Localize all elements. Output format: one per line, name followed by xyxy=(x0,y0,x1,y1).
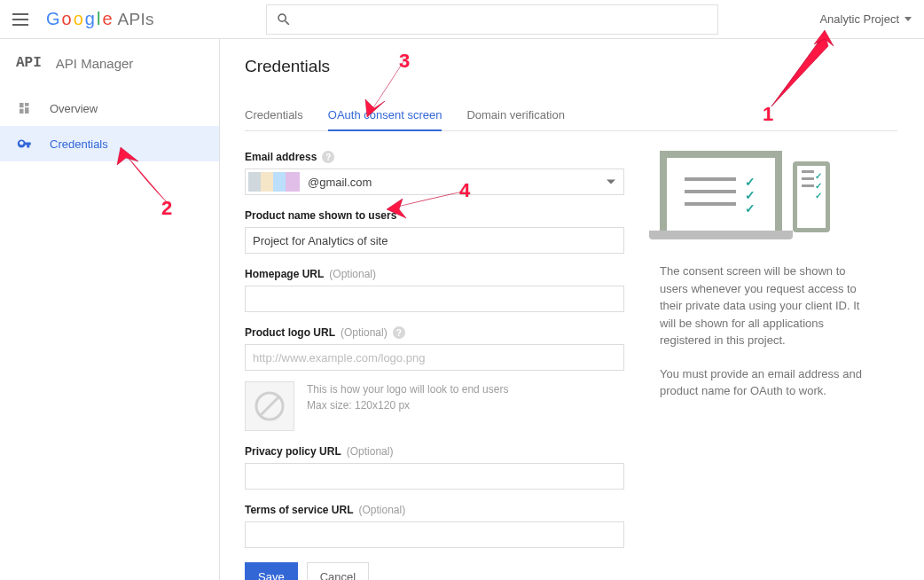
logo-letter: o xyxy=(74,9,83,29)
logo-letter: e xyxy=(102,9,112,29)
product-name-label: Product name shown to users xyxy=(245,209,624,222)
no-image-icon xyxy=(254,390,286,422)
info-paragraph-2: You must provide an email address and pr… xyxy=(660,365,864,400)
caret-down-icon xyxy=(904,17,912,21)
terms-of-service-url-label: Terms of service URL (Optional) xyxy=(245,504,624,516)
email-select[interactable] xyxy=(245,169,624,195)
overview-icon xyxy=(16,100,34,116)
logo-letter: o xyxy=(62,9,72,29)
logo-suffix: APIs xyxy=(118,10,154,29)
sidebar-item-label: Credentials xyxy=(50,137,108,151)
email-avatar-swatch xyxy=(248,172,300,192)
consent-illustration: ✓✓✓ ✓✓✓ xyxy=(660,151,837,248)
tab-oauth-consent-screen[interactable]: OAuth consent screen xyxy=(328,108,442,130)
logo-preview-row: This is how your logo will look to end u… xyxy=(245,381,624,431)
cancel-button[interactable]: Cancel xyxy=(307,562,369,580)
project-picker[interactable]: Analytic Project xyxy=(819,12,912,26)
homepage-url-input[interactable] xyxy=(245,286,624,312)
api-monogram-icon: API xyxy=(16,55,42,71)
svg-line-1 xyxy=(261,397,279,416)
logo-hint: This is how your logo will look to end u… xyxy=(307,381,508,413)
logo-preview-box xyxy=(245,381,294,431)
google-apis-logo: G o o g l e APIs xyxy=(46,9,154,29)
consent-form: Email address ? Product name shown to us… xyxy=(245,151,624,580)
sidebar: API API Manager Overview Credentials xyxy=(0,39,220,580)
logo-letter: G xyxy=(46,9,60,29)
chevron-down-icon xyxy=(607,180,615,184)
sidebar-item-label: Overview xyxy=(50,102,98,115)
project-name: Analytic Project xyxy=(819,12,899,26)
info-paragraph-1: The consent screen will be shown to user… xyxy=(660,263,864,349)
tabs: Credentials OAuth consent screen Domain … xyxy=(245,108,897,131)
product-logo-url-label: Product logo URL (Optional) ? xyxy=(245,326,624,339)
sidebar-title: API Manager xyxy=(56,56,134,71)
privacy-policy-url-input[interactable] xyxy=(245,463,624,490)
privacy-policy-url-label: Privacy policy URL (Optional) xyxy=(245,445,624,458)
search-icon xyxy=(276,12,292,27)
terms-of-service-url-input[interactable] xyxy=(245,521,624,548)
info-panel: ✓✓✓ ✓✓✓ The consent screen will be shown… xyxy=(660,151,864,580)
product-name-input[interactable] xyxy=(245,227,624,254)
homepage-url-label: Homepage URL (Optional) xyxy=(245,268,624,280)
sidebar-item-credentials[interactable]: Credentials xyxy=(0,126,219,161)
sidebar-brand: API API Manager xyxy=(0,39,219,90)
logo-letter: l xyxy=(97,9,100,29)
hamburger-icon[interactable] xyxy=(12,10,32,29)
main-content: Credentials Credentials OAuth consent sc… xyxy=(220,39,924,580)
logo-letter: g xyxy=(85,9,95,29)
save-button[interactable]: Save xyxy=(245,562,298,580)
help-icon[interactable]: ? xyxy=(393,326,405,339)
page-title: Credentials xyxy=(245,57,897,76)
email-label: Email address ? xyxy=(245,151,624,163)
tab-credentials[interactable]: Credentials xyxy=(245,108,303,130)
help-icon[interactable]: ? xyxy=(322,151,334,163)
topbar: G o o g l e APIs Analytic Project xyxy=(0,0,924,39)
product-logo-url-input[interactable] xyxy=(245,344,624,371)
tab-domain-verification[interactable]: Domain verification xyxy=(466,108,565,130)
email-value[interactable] xyxy=(245,169,624,195)
search-input-container[interactable] xyxy=(266,4,718,35)
sidebar-item-overview[interactable]: Overview xyxy=(0,90,219,126)
key-icon xyxy=(16,136,34,152)
